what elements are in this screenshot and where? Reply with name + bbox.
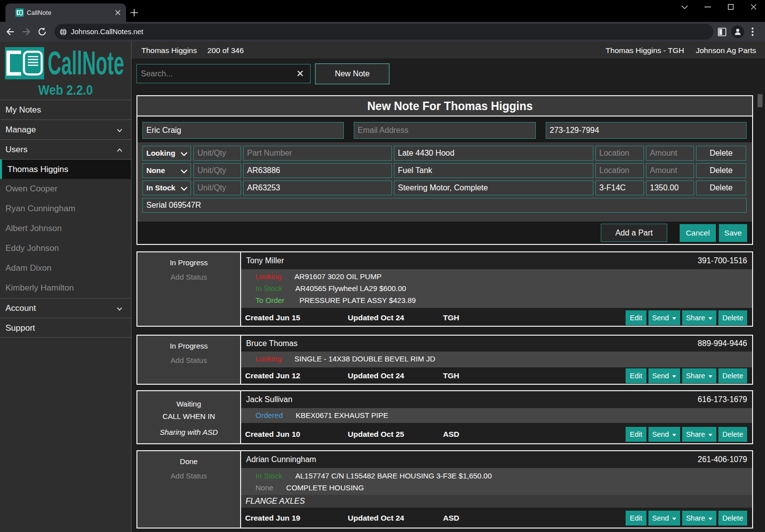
svg-text:CallNote: CallNote bbox=[48, 45, 124, 81]
svg-text:Web 2.2.0: Web 2.2.0 bbox=[38, 82, 93, 98]
